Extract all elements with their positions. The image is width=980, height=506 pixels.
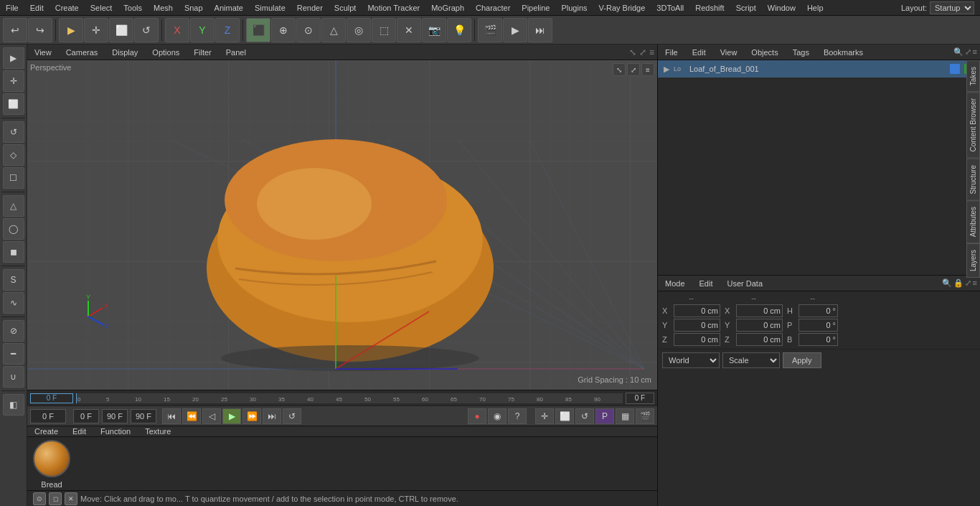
left-tool-15[interactable]: ◧	[3, 394, 24, 416]
playback-max-frame[interactable]	[131, 409, 156, 423]
menu-edit[interactable]: Edit	[24, 2, 50, 14]
left-tool-10[interactable]: S	[3, 269, 24, 291]
playback-start-frame[interactable]	[73, 409, 99, 423]
side-tab-takes[interactable]: Takes	[966, 60, 980, 92]
jump-end-button[interactable]: ⏭	[263, 408, 281, 424]
viewport-close-icon[interactable]: ≡	[649, 47, 654, 57]
redo-button[interactable]: ↪	[28, 18, 52, 42]
status-icon-1[interactable]: ⊙	[33, 492, 46, 505]
loop-button[interactable]: ↺	[283, 408, 301, 424]
left-tool-12[interactable]: ⊘	[3, 320, 24, 342]
cube-button[interactable]: ⬛	[246, 18, 270, 42]
side-tab-attributes[interactable]: Attributes	[966, 200, 980, 243]
menu-character[interactable]: Character	[470, 2, 516, 14]
menu-vray[interactable]: V-Ray Bridge	[593, 2, 651, 14]
menu-plugins[interactable]: Plugins	[555, 2, 593, 14]
left-tool-1[interactable]: ▶	[3, 47, 24, 69]
render-frame-button[interactable]: ▶	[503, 18, 527, 42]
move-mode-button[interactable]: ✛	[84, 18, 108, 42]
left-tool-14[interactable]: ∪	[3, 366, 24, 388]
left-tool-13[interactable]: ━	[3, 343, 24, 365]
layout-dropdown[interactable]: Startup	[930, 1, 974, 14]
ref-button[interactable]: P	[595, 408, 614, 424]
playback-current-frame[interactable]	[30, 409, 66, 423]
select-mode-button[interactable]: ▶	[59, 18, 83, 42]
side-tab-content-browser[interactable]: Content Browser	[966, 92, 980, 158]
pos-x-input[interactable]	[674, 304, 720, 317]
status-icon-3[interactable]: ✕	[65, 492, 77, 505]
undo-button[interactable]: ↩	[3, 18, 27, 42]
left-tool-8[interactable]: ◯	[3, 218, 24, 240]
left-tool-9[interactable]: ◼	[3, 241, 24, 263]
left-tool-7[interactable]: △	[3, 195, 24, 217]
left-tool-4[interactable]: ↺	[3, 121, 24, 143]
next-frame-button[interactable]: ⏩	[242, 408, 261, 424]
menu-pipeline[interactable]: Pipeline	[516, 2, 555, 14]
attr-lock-icon[interactable]: 🔒	[953, 278, 963, 288]
menu-mesh[interactable]: Mesh	[148, 2, 179, 14]
torus-button[interactable]: ◎	[347, 18, 371, 42]
left-tool-2[interactable]: ✛	[3, 70, 24, 92]
menu-tools[interactable]: Tools	[118, 2, 148, 14]
viewport-menu-options[interactable]: Options	[148, 47, 184, 57]
menu-simulate[interactable]: Simulate	[249, 2, 291, 14]
apply-button[interactable]: Apply	[783, 352, 821, 368]
side-tab-layers[interactable]: Layers	[966, 243, 980, 278]
viewport-menu-panel[interactable]: Panel	[222, 47, 250, 57]
render-all-button[interactable]: ⏭	[528, 18, 552, 42]
viewport-menu-display[interactable]: Display	[108, 47, 142, 57]
record-active-button[interactable]: ◉	[488, 408, 507, 424]
menu-create[interactable]: Create	[50, 2, 85, 14]
plane-button[interactable]: ⬚	[372, 18, 396, 42]
menu-snap[interactable]: Snap	[179, 2, 209, 14]
rot-p-input[interactable]	[798, 319, 838, 332]
attr-menu-userdata[interactable]: User Data	[723, 278, 768, 289]
material-menu-function[interactable]: Function	[96, 426, 135, 436]
size-z-input[interactable]	[736, 333, 783, 346]
playback-end-frame[interactable]	[102, 409, 128, 423]
rot-h-input[interactable]	[798, 304, 838, 317]
viewport-menu-btn[interactable]: ≡	[641, 63, 654, 76]
size-x-input[interactable]	[736, 304, 783, 317]
viewport-menu-cameras[interactable]: Cameras	[62, 47, 103, 57]
attr-menu-icon[interactable]: ≡	[973, 278, 977, 288]
viewport-expand-btn[interactable]: ⤡	[613, 63, 626, 76]
play-button[interactable]: ▶	[222, 408, 241, 424]
world-dropdown[interactable]: World Object Screen	[662, 352, 720, 368]
sphere-button[interactable]: ⊕	[271, 18, 296, 42]
menu-animate[interactable]: Animate	[209, 2, 249, 14]
render-options-button[interactable]: 🎬	[636, 408, 654, 424]
rotate-mode-button[interactable]: ↺	[134, 18, 159, 42]
menu-help[interactable]: Help	[801, 2, 829, 14]
objmgr-menu-bookmarks[interactable]: Bookmarks	[819, 47, 867, 57]
pos-y-input[interactable]	[674, 319, 720, 332]
scale-mode-button[interactable]: ⬜	[109, 18, 133, 42]
left-tool-5[interactable]: ◇	[3, 144, 24, 166]
record-help-button[interactable]: ?	[508, 408, 527, 424]
side-tab-structure[interactable]: Structure	[966, 159, 980, 201]
viewport[interactable]: Perspective Y X Z Grid Spacing : 10 cm ⤡…	[27, 60, 657, 390]
menu-script[interactable]: Script	[730, 2, 762, 14]
z-axis-button[interactable]: Z	[215, 18, 240, 42]
cone-button[interactable]: △	[321, 18, 346, 42]
objmgr-menu-view[interactable]: View	[716, 47, 742, 57]
material-menu-create[interactable]: Create	[30, 426, 62, 436]
status-icon-2[interactable]: ◻	[49, 492, 62, 505]
objmgr-menu-edit[interactable]: Edit	[688, 47, 710, 57]
camera-button[interactable]: 📷	[422, 18, 446, 42]
attr-menu-edit[interactable]: Edit	[695, 278, 717, 289]
objmgr-expand-icon[interactable]: ⤢	[965, 47, 971, 57]
timeline-track[interactable]: 0 5 10 15 20 25 30 35 40 45 50 55 60 65 …	[76, 393, 623, 403]
objmgr-menu-icon[interactable]: ≡	[973, 47, 977, 57]
record-button[interactable]: ●	[468, 408, 486, 424]
material-menu-texture[interactable]: Texture	[141, 426, 175, 436]
cylinder-button[interactable]: ⊙	[296, 18, 321, 42]
move-tool-button[interactable]: ✛	[535, 408, 554, 424]
prev-frame-button[interactable]: ⏪	[182, 408, 201, 424]
attr-search-icon[interactable]: 🔍	[942, 278, 952, 288]
left-tool-6[interactable]: ☐	[3, 167, 24, 189]
menu-render[interactable]: Render	[291, 2, 329, 14]
viewport-fullscreen-btn[interactable]: ⤢	[627, 63, 640, 76]
menu-sculpt[interactable]: Sculpt	[329, 2, 362, 14]
material-menu-edit[interactable]: Edit	[68, 426, 90, 436]
